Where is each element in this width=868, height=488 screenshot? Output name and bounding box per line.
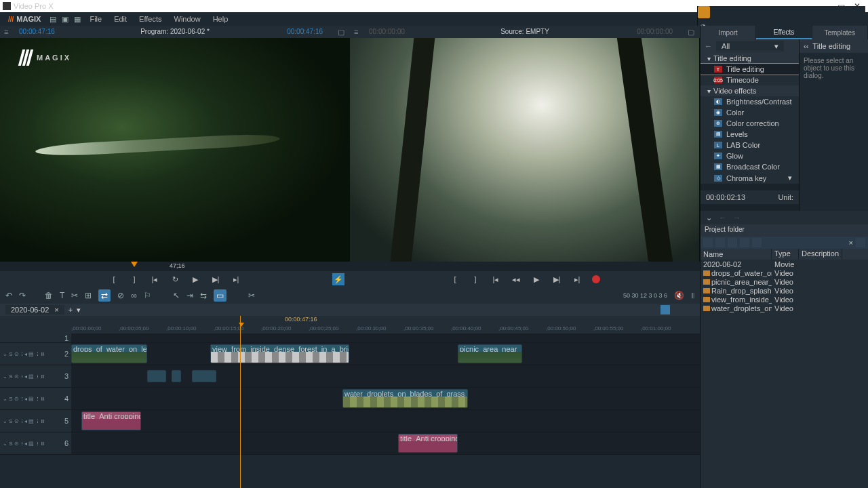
group-button[interactable]: ⊞ [85, 291, 92, 300]
zoom-tool[interactable]: ▭ [214, 289, 226, 302]
clip-forest[interactable]: view_from_inside_dense_forest_in_a_brigh… [210, 344, 349, 363]
effect-chroma[interactable]: ◇Chroma key▾ [701, 172, 799, 184]
view-overview-icon[interactable] [673, 305, 682, 314]
effect-broadcast[interactable]: ▦Broadcast Color [701, 161, 799, 172]
marker-button[interactable]: ⚐ [144, 291, 151, 300]
tab-effects[interactable]: Effects [756, 26, 812, 39]
track-header[interactable]: ⌄ S ⊙ ⫶ ◂ ▤ ⫶ ⫴5 [0, 410, 71, 432]
close-tab-icon[interactable]: × [54, 306, 58, 314]
program-scrub[interactable]: 47;16 [0, 262, 350, 271]
mark-out-button[interactable]: ] [129, 274, 140, 285]
keyframe-scrollbar[interactable] [701, 204, 799, 211]
store-button[interactable] [698, 6, 710, 18]
src-play-button[interactable]: ▶ [531, 274, 542, 285]
pf-row[interactable]: picnic_area_near_lake_s...Video [701, 277, 868, 286]
pf-row[interactable]: view_from_inside_dense...Video [701, 295, 868, 304]
pf-refresh-icon[interactable] [752, 238, 762, 247]
go-end-button[interactable]: ▸| [231, 274, 241, 285]
redo-button[interactable]: ↷ [19, 291, 26, 300]
pf-row[interactable]: 2020-06-02Movie [701, 260, 868, 268]
keyframe-time[interactable]: 00:00:02:13 [706, 193, 745, 201]
program-menu-icon[interactable]: ≡ [4, 28, 12, 36]
delete-button[interactable]: 🗑 [45, 291, 53, 300]
source-max-icon[interactable]: ▢ [688, 28, 696, 37]
mixer-icon[interactable]: ⫴ [691, 291, 694, 300]
pf-row[interactable]: Rain_drop_splashes_on...Video [701, 286, 868, 295]
src-play-range-button[interactable]: ▶| [551, 274, 562, 285]
playhead-line[interactable] [240, 316, 241, 488]
menu-file[interactable]: File [84, 15, 107, 23]
effects-scrollbar[interactable] [701, 184, 799, 190]
src-go-end-button[interactable]: ▸| [572, 274, 583, 285]
col-name[interactable]: Name [701, 249, 772, 260]
source-scrub[interactable] [350, 262, 700, 271]
loop-button[interactable]: ↻ [170, 274, 180, 285]
program-tc-in[interactable]: 00:00:47:16 [19, 28, 55, 35]
pf-row[interactable]: drops_of_water_on_leav...Video [701, 268, 868, 277]
menu-edit[interactable]: Edit [108, 15, 132, 23]
pf-row[interactable]: water_droplets_on_blad...Video [701, 304, 868, 312]
effect-title-editing[interactable]: TTitle editing [701, 64, 799, 75]
tab-import[interactable]: Import [701, 26, 756, 39]
undo-button[interactable]: ↶ [5, 291, 12, 300]
save-icon[interactable]: ▦ [72, 14, 83, 24]
clip-drops[interactable]: drops_of_water_on_lea... [71, 344, 147, 363]
clip-title-2[interactable]: title_Anti cropping [398, 434, 458, 453]
title-button[interactable]: T [60, 291, 64, 300]
view-timeline-icon[interactable] [660, 305, 670, 314]
effect-brightness[interactable]: ◐Brightness/Contrast [701, 96, 799, 107]
cut-button[interactable]: ✂ [71, 291, 78, 300]
mark-in-button[interactable]: [ [108, 274, 119, 285]
open-icon[interactable]: ▣ [60, 14, 71, 24]
source-tc-out[interactable]: 00:00:00:00 [637, 28, 673, 35]
record-button[interactable] [592, 275, 600, 283]
col-type[interactable]: Type [772, 249, 799, 260]
new-icon[interactable]: ▤ [47, 14, 58, 24]
effects-category[interactable]: ▾ Title editing [701, 53, 799, 64]
effect-levels[interactable]: ▤Levels [701, 129, 799, 140]
pf-save-icon[interactable] [728, 238, 737, 247]
src-prev-button[interactable]: ◂◂ [511, 274, 521, 285]
link-button[interactable]: ⊘ [117, 291, 124, 300]
effect-glow[interactable]: ✦Glow [701, 150, 799, 161]
performance-button[interactable]: ⚡ [332, 273, 344, 285]
tab-menu-icon[interactable]: ▾ [77, 306, 81, 314]
razor-tool[interactable]: ✂ [248, 291, 255, 300]
view-storyboard-icon[interactable] [648, 305, 658, 314]
timeline-ruler[interactable]: 00:00:47:16 ,00:00:00;00 ,00:00:05;00 ,0… [0, 316, 700, 333]
pf-close-icon[interactable]: × [849, 239, 853, 247]
view-settings-icon[interactable] [685, 305, 694, 314]
src-mark-out-button[interactable]: ] [470, 274, 481, 285]
nav-back-icon[interactable]: ← [719, 214, 726, 222]
menu-effects[interactable]: Effects [134, 15, 167, 23]
track-header[interactable]: ⌄ S ⊙ ⫶ ◂ ▤ ⫶ ⫴4 [0, 388, 71, 409]
pf-columns[interactable]: Name Type Description [701, 249, 868, 260]
effect-lab[interactable]: LLAB Color [701, 140, 799, 150]
src-go-start-button[interactable]: |◂ [490, 274, 501, 285]
play-range-button[interactable]: ▶| [210, 274, 221, 285]
effect-color-correction[interactable]: ⊕Color correction [701, 118, 799, 129]
menu-window[interactable]: Window [169, 15, 206, 23]
add-tab-button[interactable]: + [68, 306, 73, 314]
effects-category-dropdown[interactable]: All▾ [716, 41, 784, 52]
source-tc-in[interactable]: 00:00:00:00 [369, 28, 405, 35]
track-header[interactable]: ⌄ S ⊙ ⫶ ◂ ▤ ⫶ ⫴3 [0, 365, 71, 387]
track-header[interactable]: ⌄ S ⊙ ⫶ ◂ ▤ ⫶ ⫴6 [0, 432, 71, 454]
pf-list-view-icon[interactable] [856, 238, 865, 247]
effect-timecode[interactable]: 0:05Timecode [701, 75, 799, 85]
source-monitor[interactable] [350, 38, 700, 262]
clip-droplets[interactable]: water_droplets_on_blades_of_grass_rack-f… [342, 389, 468, 408]
effects-category[interactable]: ▾ Video effects [701, 85, 799, 96]
expand-icon[interactable]: ⌄ [706, 214, 712, 222]
clip-fragment[interactable] [172, 370, 181, 382]
col-description[interactable]: Description [799, 249, 842, 260]
scrub-playhead-icon[interactable] [131, 262, 138, 267]
clip-title[interactable]: title_Anti cropping [81, 411, 141, 430]
clip-fragment[interactable] [147, 370, 166, 382]
project-tab[interactable]: 2020-06-02 × [5, 305, 64, 314]
nav-fwd-icon[interactable]: → [733, 214, 741, 222]
track-header[interactable]: ⌄ S ⊙ ⫶ ◂ ▤ ⫶ ⫴2 [0, 343, 71, 365]
effects-list[interactable]: ▾ Title editing TTitle editing 0:05Timec… [701, 53, 799, 184]
pf-import-icon[interactable] [703, 238, 713, 247]
clip-picnic[interactable]: picnic_area_near_l... [458, 344, 522, 363]
